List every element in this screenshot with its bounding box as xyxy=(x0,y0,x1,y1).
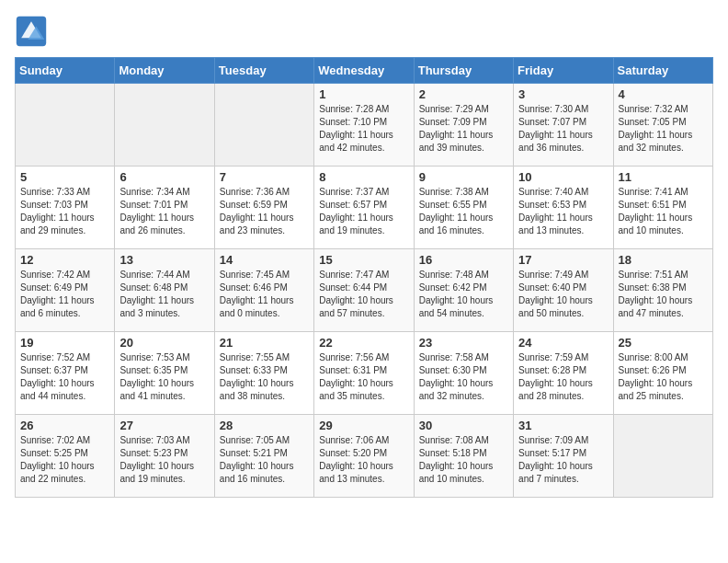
day-number: 18 xyxy=(619,253,708,267)
day-number: 10 xyxy=(518,170,608,184)
weekday-header: Monday xyxy=(115,58,214,84)
day-number: 17 xyxy=(518,253,608,267)
day-number: 7 xyxy=(220,170,309,184)
day-number: 22 xyxy=(319,336,408,350)
day-info: Sunrise: 7:36 AM Sunset: 6:59 PM Dayligh… xyxy=(220,186,309,237)
calendar-cell: 23Sunrise: 7:58 AM Sunset: 6:30 PM Dayli… xyxy=(414,332,513,415)
calendar-cell: 30Sunrise: 7:08 AM Sunset: 5:18 PM Dayli… xyxy=(414,415,513,498)
day-info: Sunrise: 7:30 AM Sunset: 7:07 PM Dayligh… xyxy=(518,103,608,155)
day-number: 23 xyxy=(419,336,508,350)
day-info: Sunrise: 7:41 AM Sunset: 6:51 PM Dayligh… xyxy=(619,186,708,237)
day-info: Sunrise: 7:58 AM Sunset: 6:30 PM Dayligh… xyxy=(419,351,508,403)
day-info: Sunrise: 7:51 AM Sunset: 6:38 PM Dayligh… xyxy=(619,269,708,320)
calendar-cell: 16Sunrise: 7:48 AM Sunset: 6:42 PM Dayli… xyxy=(414,249,513,332)
page-header xyxy=(15,15,713,48)
calendar-header-row: SundayMondayTuesdayWednesdayThursdayFrid… xyxy=(16,58,713,84)
calendar-cell: 13Sunrise: 7:44 AM Sunset: 6:48 PM Dayli… xyxy=(115,249,214,332)
calendar-week-row: 1Sunrise: 7:28 AM Sunset: 7:10 PM Daylig… xyxy=(16,84,713,167)
calendar-cell: 10Sunrise: 7:40 AM Sunset: 6:53 PM Dayli… xyxy=(514,167,613,249)
day-number: 28 xyxy=(220,419,309,432)
calendar-cell: 11Sunrise: 7:41 AM Sunset: 6:51 PM Dayli… xyxy=(613,167,712,249)
calendar-cell: 15Sunrise: 7:47 AM Sunset: 6:44 PM Dayli… xyxy=(314,249,414,332)
calendar-cell: 18Sunrise: 7:51 AM Sunset: 6:38 PM Dayli… xyxy=(613,249,712,332)
weekday-header: Thursday xyxy=(414,58,513,84)
calendar-cell: 19Sunrise: 7:52 AM Sunset: 6:37 PM Dayli… xyxy=(16,332,115,415)
calendar-cell: 14Sunrise: 7:45 AM Sunset: 6:46 PM Dayli… xyxy=(214,249,313,332)
day-info: Sunrise: 7:59 AM Sunset: 6:28 PM Dayligh… xyxy=(518,351,608,403)
calendar-cell: 12Sunrise: 7:42 AM Sunset: 6:49 PM Dayli… xyxy=(16,249,115,332)
day-number: 30 xyxy=(419,419,508,432)
day-info: Sunrise: 7:37 AM Sunset: 6:57 PM Dayligh… xyxy=(319,186,408,237)
day-info: Sunrise: 7:32 AM Sunset: 7:05 PM Dayligh… xyxy=(619,103,708,155)
day-info: Sunrise: 7:42 AM Sunset: 6:49 PM Dayligh… xyxy=(20,269,109,320)
day-info: Sunrise: 8:00 AM Sunset: 6:26 PM Dayligh… xyxy=(619,351,708,403)
calendar-cell xyxy=(115,84,214,167)
day-info: Sunrise: 7:44 AM Sunset: 6:48 PM Dayligh… xyxy=(119,269,209,320)
day-number: 26 xyxy=(20,419,109,432)
calendar-cell: 27Sunrise: 7:03 AM Sunset: 5:23 PM Dayli… xyxy=(115,415,214,498)
day-number: 31 xyxy=(518,419,608,432)
day-info: Sunrise: 7:29 AM Sunset: 7:09 PM Dayligh… xyxy=(419,103,508,155)
day-info: Sunrise: 7:08 AM Sunset: 5:18 PM Dayligh… xyxy=(419,434,508,486)
day-number: 29 xyxy=(319,419,408,432)
day-info: Sunrise: 7:56 AM Sunset: 6:31 PM Dayligh… xyxy=(319,351,408,403)
day-number: 5 xyxy=(20,170,109,184)
day-number: 12 xyxy=(20,253,109,267)
calendar-week-row: 5Sunrise: 7:33 AM Sunset: 7:03 PM Daylig… xyxy=(16,167,713,249)
day-info: Sunrise: 7:02 AM Sunset: 5:25 PM Dayligh… xyxy=(20,434,109,486)
day-info: Sunrise: 7:03 AM Sunset: 5:23 PM Dayligh… xyxy=(119,434,209,486)
day-number: 16 xyxy=(419,253,508,267)
day-number: 2 xyxy=(419,87,508,101)
logo xyxy=(15,15,51,48)
day-number: 9 xyxy=(419,170,508,184)
day-number: 6 xyxy=(119,170,209,184)
calendar-cell: 2Sunrise: 7:29 AM Sunset: 7:09 PM Daylig… xyxy=(414,84,513,167)
calendar-cell: 31Sunrise: 7:09 AM Sunset: 5:17 PM Dayli… xyxy=(514,415,613,498)
weekday-header: Wednesday xyxy=(314,58,414,84)
day-number: 14 xyxy=(220,253,309,267)
calendar-cell: 20Sunrise: 7:53 AM Sunset: 6:35 PM Dayli… xyxy=(115,332,214,415)
day-number: 19 xyxy=(20,336,109,350)
day-info: Sunrise: 7:55 AM Sunset: 6:33 PM Dayligh… xyxy=(220,351,309,403)
calendar-cell: 1Sunrise: 7:28 AM Sunset: 7:10 PM Daylig… xyxy=(314,84,414,167)
logo-icon xyxy=(15,15,48,48)
day-number: 3 xyxy=(518,87,608,101)
day-info: Sunrise: 7:05 AM Sunset: 5:21 PM Dayligh… xyxy=(220,434,309,486)
calendar-cell: 29Sunrise: 7:06 AM Sunset: 5:20 PM Dayli… xyxy=(314,415,414,498)
calendar-cell: 9Sunrise: 7:38 AM Sunset: 6:55 PM Daylig… xyxy=(414,167,513,249)
day-info: Sunrise: 7:49 AM Sunset: 6:40 PM Dayligh… xyxy=(518,269,608,320)
calendar-cell: 6Sunrise: 7:34 AM Sunset: 7:01 PM Daylig… xyxy=(115,167,214,249)
day-info: Sunrise: 7:48 AM Sunset: 6:42 PM Dayligh… xyxy=(419,269,508,320)
day-number: 1 xyxy=(319,87,408,101)
day-info: Sunrise: 7:28 AM Sunset: 7:10 PM Dayligh… xyxy=(319,103,408,155)
calendar-week-row: 12Sunrise: 7:42 AM Sunset: 6:49 PM Dayli… xyxy=(16,249,713,332)
day-info: Sunrise: 7:52 AM Sunset: 6:37 PM Dayligh… xyxy=(20,351,109,403)
day-number: 15 xyxy=(319,253,408,267)
weekday-header: Friday xyxy=(514,58,613,84)
calendar-cell: 24Sunrise: 7:59 AM Sunset: 6:28 PM Dayli… xyxy=(514,332,613,415)
calendar-cell: 26Sunrise: 7:02 AM Sunset: 5:25 PM Dayli… xyxy=(16,415,115,498)
calendar-week-row: 26Sunrise: 7:02 AM Sunset: 5:25 PM Dayli… xyxy=(16,415,713,498)
day-info: Sunrise: 7:53 AM Sunset: 6:35 PM Dayligh… xyxy=(119,351,209,403)
day-number: 21 xyxy=(220,336,309,350)
calendar-table: SundayMondayTuesdayWednesdayThursdayFrid… xyxy=(15,57,713,498)
day-info: Sunrise: 7:06 AM Sunset: 5:20 PM Dayligh… xyxy=(319,434,408,486)
calendar-cell: 7Sunrise: 7:36 AM Sunset: 6:59 PM Daylig… xyxy=(214,167,313,249)
day-info: Sunrise: 7:45 AM Sunset: 6:46 PM Dayligh… xyxy=(220,269,309,320)
calendar-cell: 8Sunrise: 7:37 AM Sunset: 6:57 PM Daylig… xyxy=(314,167,414,249)
calendar-cell: 17Sunrise: 7:49 AM Sunset: 6:40 PM Dayli… xyxy=(514,249,613,332)
day-info: Sunrise: 7:33 AM Sunset: 7:03 PM Dayligh… xyxy=(20,186,109,237)
day-number: 20 xyxy=(119,336,209,350)
calendar-cell: 4Sunrise: 7:32 AM Sunset: 7:05 PM Daylig… xyxy=(613,84,712,167)
calendar-cell: 21Sunrise: 7:55 AM Sunset: 6:33 PM Dayli… xyxy=(214,332,313,415)
calendar-cell: 3Sunrise: 7:30 AM Sunset: 7:07 PM Daylig… xyxy=(514,84,613,167)
calendar-cell xyxy=(613,415,712,498)
day-info: Sunrise: 7:34 AM Sunset: 7:01 PM Dayligh… xyxy=(119,186,209,237)
calendar-cell: 25Sunrise: 8:00 AM Sunset: 6:26 PM Dayli… xyxy=(613,332,712,415)
weekday-header: Tuesday xyxy=(214,58,313,84)
calendar-cell: 28Sunrise: 7:05 AM Sunset: 5:21 PM Dayli… xyxy=(214,415,313,498)
day-number: 24 xyxy=(518,336,608,350)
day-number: 4 xyxy=(619,87,708,101)
day-number: 25 xyxy=(619,336,708,350)
day-number: 13 xyxy=(119,253,209,267)
